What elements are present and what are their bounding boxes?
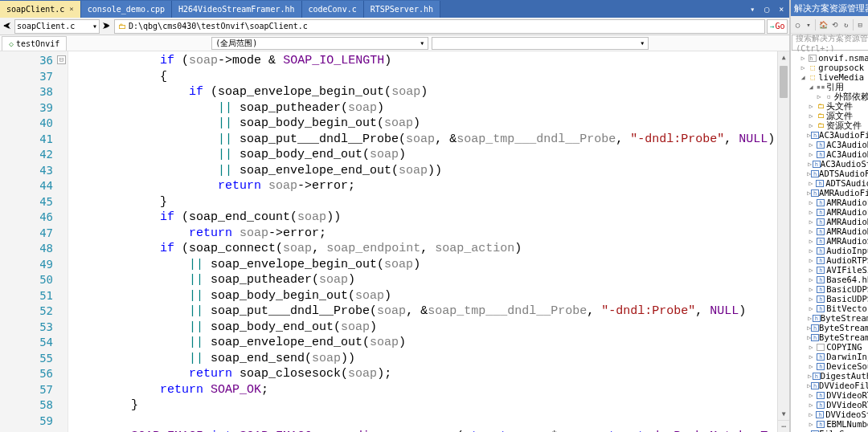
tree-file[interactable]: ▷hDVVideoRTPSink.hh	[791, 390, 868, 400]
code-line[interactable]: return soap->error;	[68, 226, 789, 242]
tree-file[interactable]: ▷hBitVector.hh	[791, 304, 868, 313]
go-button[interactable]: Go	[767, 19, 788, 34]
project-scope-tab[interactable]: ◇ testOnvif	[2, 36, 67, 51]
tree-file[interactable]: ▷hDVVideoStreamFramer.hh	[791, 410, 868, 419]
tree-file[interactable]: ▷hAC3AudioRTPSource.hh	[791, 149, 868, 159]
tree-file[interactable]: ▷hAC3AudioFileServerMediaSubsession.hh	[791, 130, 868, 140]
code-line[interactable]: || soap_envelope_begin_out(soap)	[68, 257, 789, 273]
code-line[interactable]: || soap_body_begin_out(soap)	[68, 288, 789, 304]
tree-file[interactable]: ▷hByteStreamFileSource.hh	[791, 313, 868, 323]
close-tab-icon[interactable]: ×	[69, 5, 73, 13]
tree-file[interactable]: ▷hAMRAudioSource.hh	[791, 236, 868, 246]
tree-project[interactable]: ▷⬚groupsock	[791, 63, 868, 72]
document-tab[interactable]: soapClient.c×	[0, 1, 81, 18]
code-line[interactable]: || soap_body_end_out(soap)	[68, 320, 789, 336]
scroll-up-icon[interactable]: ▲	[778, 51, 789, 63]
scroll-down-icon[interactable]: ▼	[778, 408, 789, 420]
back-icon[interactable]: ◯	[793, 19, 802, 31]
tree-file[interactable]: ▷hFileServerMediaSubsession.hh	[791, 429, 868, 432]
tree-file[interactable]: ▷hDigestAuthentication.hh	[791, 371, 868, 381]
document-tab[interactable]: console_demo.cpp	[81, 1, 172, 18]
split-icon[interactable]: ⋯	[778, 420, 789, 432]
code-line[interactable]	[68, 414, 789, 430]
expand-icon[interactable]: ◢	[807, 82, 815, 92]
code-line[interactable]: }	[68, 194, 789, 210]
document-tab[interactable]: H264VideoStreamFramer.hh	[172, 1, 302, 18]
tree-file[interactable]: ▷hAMRAudioRTPSink.hh	[791, 217, 868, 226]
code-line[interactable]: || soap_put___dndl__Probe(soap, &soap_tm…	[68, 132, 789, 148]
home-icon[interactable]: 🏠	[818, 19, 829, 31]
refresh-icon[interactable]: ↻	[842, 19, 851, 31]
tree-file[interactable]: ▷hADTSAudioFileSource.hh	[791, 178, 868, 188]
code-line[interactable]: {	[68, 69, 789, 85]
tree-file[interactable]: ▷hAC3AudioStreamFramer.hh	[791, 159, 868, 169]
code-line[interactable]: || soap_envelope_end_out(soap))	[68, 163, 789, 179]
expand-icon[interactable]: ◢	[799, 72, 807, 83]
solution-explorer-title-bar[interactable]: 解决方案资源管理器 ▾ 📌 ×	[791, 0, 868, 16]
document-tab[interactable]: codeConv.c	[302, 1, 364, 18]
code-line[interactable]: }	[68, 397, 789, 414]
solution-search-input[interactable]: 搜索解决方案资源管理器(Ctrl+;) ρ ▾	[792, 35, 868, 51]
tree-file[interactable]: ▷hEBMLNumber.hh	[791, 419, 868, 429]
tree-external-deps[interactable]: ▷▫外部依赖项	[791, 92, 868, 101]
tree-project[interactable]: ◢⬚liveMedia	[791, 72, 868, 82]
code-line[interactable]: return SOAP_OK;	[68, 382, 789, 398]
solution-tree[interactable]: ▷honvif.nsmap▷⬚groupsock◢⬚liveMedia◢▪▪引用…	[791, 51, 868, 432]
document-tab[interactable]: RTSPServer.hh	[364, 1, 440, 18]
code-line[interactable]: if (soap_end_count(soap))	[68, 210, 789, 226]
tree-file[interactable]: ▷honvif.nsmap	[791, 53, 868, 63]
tree-file[interactable]: ▷hByteStreamMemoryBufferSource.hh	[791, 323, 868, 332]
code-area[interactable]: if (soap->mode & SOAP_IO_LENGTH) { if (s…	[68, 51, 789, 432]
tree-file[interactable]: ▷hDVVideoRTPSource.hh	[791, 400, 868, 410]
tree-file[interactable]: ▷hByteStreamMultiFileSource.hh	[791, 332, 868, 342]
code-line[interactable]: if (soap_envelope_begin_out(soap)	[68, 84, 789, 100]
code-line[interactable]: || soap_envelope_end_out(soap)	[68, 335, 789, 351]
tree-file[interactable]: ▷hBasicUDPSource.hh	[791, 294, 868, 304]
function-scope-dropdown[interactable]: soapClient.c ▾	[14, 19, 100, 34]
member-scope-dropdown[interactable]: ▾	[432, 37, 649, 50]
scroll-thumb[interactable]	[780, 66, 788, 98]
fwd-icon[interactable]: ▾	[805, 19, 813, 31]
code-line[interactable]: || soap_putheader(soap)	[68, 100, 789, 116]
tree-file[interactable]: ▷hBasicUDPSink.hh	[791, 284, 868, 294]
tree-file[interactable]: ▷hBase64.hh	[791, 275, 868, 284]
code-line[interactable]: || soap_putheader(soap)	[68, 272, 789, 288]
code-line[interactable]: || soap_body_end_out(soap)	[68, 147, 789, 163]
tree-file[interactable]: ▷COPYING	[791, 342, 868, 352]
tree-file[interactable]: ▷hAudioRTPSink.hh	[791, 255, 868, 265]
code-line[interactable]: || soap_end_send(soap))	[68, 351, 789, 367]
tree-file[interactable]: ▷hAudioInputDevice.hh	[791, 246, 868, 255]
tree-file[interactable]: ▷hDeviceSource.hh	[791, 361, 868, 371]
tree-file[interactable]: ▷hAMRAudioRTPSource.hh	[791, 226, 868, 236]
code-line[interactable]: return soap_closesock(soap);	[68, 366, 789, 382]
tree-file[interactable]: ▷hADTSAudioFileServerMediaSubsession.hh	[791, 169, 868, 178]
collapse-icon[interactable]: ⊟	[856, 19, 865, 31]
global-scope-dropdown[interactable]: (全局范围) ▾	[211, 37, 428, 50]
close-panel-icon[interactable]: ×	[775, 2, 788, 15]
file-path-field[interactable]: 🗀 D:\qbg\cms0430\testOnvif\soapClient.c	[114, 19, 765, 34]
tree-folder[interactable]: ▷🗀头文件	[791, 101, 868, 111]
code-line[interactable]: || soap_put___dndl__Probe(soap, &soap_tm…	[68, 304, 789, 320]
code-line[interactable]: if (soap_connect(soap, soap_endpoint, so…	[68, 241, 789, 257]
vertical-scrollbar[interactable]: ▲ ▼ ⋯	[777, 51, 789, 432]
tree-references[interactable]: ◢▪▪引用	[791, 82, 868, 92]
code-editor[interactable]: 3637383940414243444546474849505152535455…	[0, 51, 789, 432]
code-line[interactable]: if (soap->mode & SOAP_IO_LENGTH)	[68, 53, 789, 69]
tree-file[interactable]: ▷hAMRAudioFileSource.hh	[791, 207, 868, 217]
sync-icon[interactable]: ⟲	[831, 19, 840, 31]
tab-dropdown-icon[interactable]: ▾	[746, 2, 759, 15]
tree-file[interactable]: ▷hAC3AudioRTPSink.hh	[791, 140, 868, 149]
tree-file[interactable]: ▷hDarwinInjector.hh	[791, 352, 868, 361]
restore-icon[interactable]: ▢	[760, 2, 773, 15]
nav-back-icon[interactable]: ⮜	[2, 19, 13, 34]
code-line[interactable]: SOAP_FMAC5 int SOAP_FMAC6 soap_discovery…	[68, 429, 789, 432]
code-line[interactable]: return soap->error;	[68, 178, 789, 194]
tree-folder[interactable]: ▷🗀资源文件	[791, 120, 868, 130]
tree-folder[interactable]: ▷🗀源文件	[791, 111, 868, 120]
tree-file[interactable]: ▷hAMRAudioFileServerMediaSubsession.hh	[791, 188, 868, 198]
tree-file[interactable]: ▷hAMRAudioFileSink.hh	[791, 198, 868, 207]
nav-fwd-icon[interactable]: ⮞	[101, 19, 113, 34]
tree-file[interactable]: ▷hDVVideoFileServerMediaSubsession.hh	[791, 381, 868, 390]
code-line[interactable]: || soap_body_begin_out(soap)	[68, 116, 789, 132]
tree-file[interactable]: ▷hAVIFileSink.hh	[791, 265, 868, 275]
